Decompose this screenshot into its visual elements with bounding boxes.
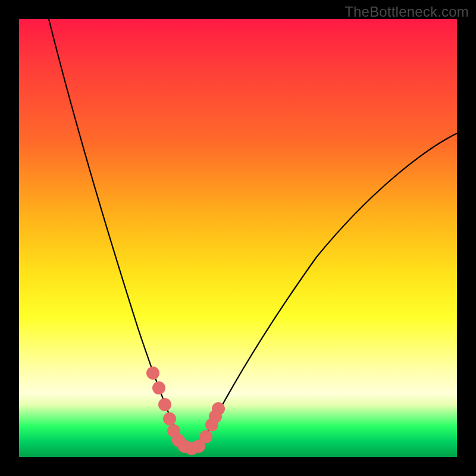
svg-point-2 — [158, 398, 171, 411]
svg-point-3 — [163, 412, 176, 425]
chart-stage: TheBottleneck.com — [0, 0, 476, 476]
svg-point-1 — [152, 381, 165, 394]
highlight-dots — [146, 367, 225, 455]
svg-point-12 — [205, 418, 218, 431]
curve-layer — [19, 19, 457, 457]
svg-point-11 — [212, 402, 225, 415]
svg-point-0 — [146, 367, 159, 380]
svg-point-9 — [199, 430, 212, 443]
watermark-text: TheBottleneck.com — [345, 4, 469, 20]
bottleneck-curve-path — [49, 19, 457, 449]
plot-area — [19, 19, 457, 457]
